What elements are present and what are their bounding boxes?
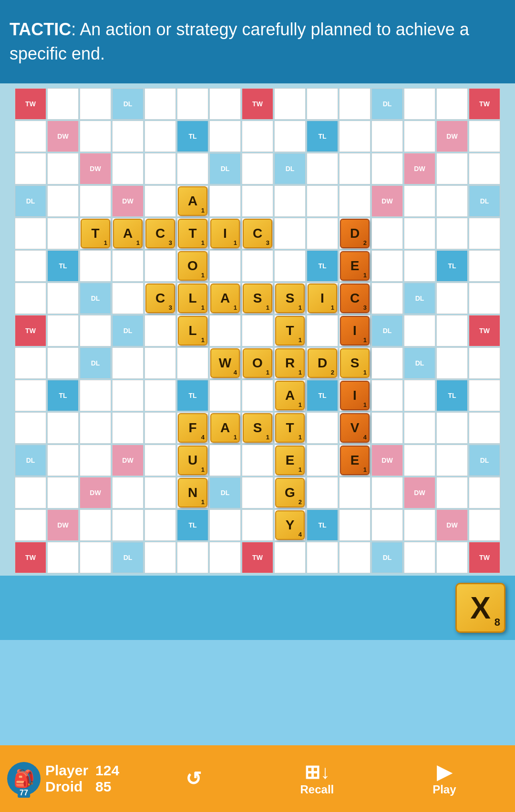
board-cell[interactable] [47, 542, 79, 573]
board-cell[interactable] [404, 315, 435, 346]
board-cell[interactable] [80, 542, 111, 573]
board-cell[interactable] [242, 121, 273, 152]
board-cell[interactable] [404, 218, 435, 249]
letter-tile[interactable]: S1 [243, 284, 272, 313]
board-cell[interactable] [339, 542, 371, 573]
board-cell[interactable]: DL [404, 347, 435, 379]
letter-tile[interactable]: Y4 [275, 510, 305, 540]
letter-tile[interactable]: G2 [275, 478, 305, 508]
board-cell[interactable] [307, 218, 338, 249]
board-cell[interactable] [436, 185, 468, 217]
board-cell[interactable] [242, 185, 273, 217]
board-cell[interactable]: TL [307, 380, 338, 411]
board-cell[interactable] [47, 283, 79, 314]
board-cell[interactable] [209, 445, 241, 476]
board-cell[interactable] [80, 121, 111, 152]
board-cell[interactable] [436, 477, 468, 508]
board-cell[interactable] [177, 88, 208, 120]
board-cell[interactable] [436, 218, 468, 249]
board-cell[interactable] [242, 445, 273, 476]
board-cell[interactable] [47, 88, 79, 120]
letter-tile[interactable]: E1 [340, 446, 370, 475]
board-cell[interactable]: DW [404, 153, 435, 184]
board-cell[interactable] [15, 380, 46, 411]
letter-tile[interactable]: T1 [178, 219, 207, 248]
board-cell[interactable] [274, 88, 306, 120]
board-cell[interactable]: A1 [177, 185, 208, 217]
board-cell[interactable] [307, 185, 338, 217]
board-cell[interactable] [339, 509, 371, 541]
board-cell[interactable] [112, 250, 144, 282]
board-cell[interactable] [371, 153, 403, 184]
board-cell[interactable] [404, 185, 435, 217]
board-cell[interactable] [307, 477, 338, 508]
board-cell[interactable] [404, 88, 435, 120]
board-cell[interactable] [209, 250, 241, 282]
board-cell[interactable] [80, 315, 111, 346]
board-cell[interactable]: DL [80, 283, 111, 314]
board-cell[interactable] [242, 509, 273, 541]
board-cell[interactable]: E1 [274, 445, 306, 476]
x-tile[interactable]: X 8 [455, 583, 505, 633]
board-cell[interactable]: DW [436, 509, 468, 541]
letter-tile[interactable]: W4 [210, 348, 240, 378]
board-cell[interactable]: DL [371, 542, 403, 573]
letter-tile[interactable]: T1 [275, 316, 305, 345]
board-cell[interactable]: DW [47, 509, 79, 541]
board-cell[interactable] [404, 380, 435, 411]
board-cell[interactable] [339, 88, 371, 120]
board-cell[interactable]: T1 [80, 218, 111, 249]
board-cell[interactable]: U1 [177, 445, 208, 476]
board-cell[interactable] [209, 509, 241, 541]
board-cell[interactable]: DL [15, 445, 46, 476]
board-cell[interactable] [274, 121, 306, 152]
board-cell[interactable]: T1 [177, 218, 208, 249]
board-cell[interactable] [112, 283, 144, 314]
board-cell[interactable] [209, 542, 241, 573]
board-cell[interactable] [80, 88, 111, 120]
board-cell[interactable] [209, 185, 241, 217]
board-cell[interactable] [436, 412, 468, 444]
board-cell[interactable]: DL [469, 445, 500, 476]
board-cell[interactable] [209, 380, 241, 411]
letter-tile[interactable]: O1 [243, 348, 272, 378]
letter-tile[interactable]: C3 [145, 284, 175, 313]
board-cell[interactable]: DW [436, 121, 468, 152]
letter-tile[interactable]: I1 [308, 284, 337, 313]
letter-tile[interactable]: U1 [178, 446, 207, 475]
board-cell[interactable]: D2 [339, 218, 371, 249]
board-cell[interactable]: DW [112, 185, 144, 217]
board-cell[interactable] [436, 88, 468, 120]
board-cell[interactable] [436, 542, 468, 573]
board-cell[interactable] [177, 347, 208, 379]
board-cell[interactable]: A1 [209, 412, 241, 444]
letter-tile[interactable]: A1 [178, 186, 207, 216]
board-cell[interactable] [436, 445, 468, 476]
board-cell[interactable] [242, 477, 273, 508]
board-cell[interactable] [144, 185, 176, 217]
board-cell[interactable]: L1 [177, 283, 208, 314]
board-cell[interactable] [307, 412, 338, 444]
board-cell[interactable]: O1 [242, 347, 273, 379]
board-cell[interactable]: DL [209, 477, 241, 508]
board-cell[interactable]: DW [80, 477, 111, 508]
board-cell[interactable] [15, 250, 46, 282]
board-cell[interactable]: TL [436, 380, 468, 411]
letter-tile[interactable]: S1 [275, 284, 305, 313]
board-cell[interactable] [144, 153, 176, 184]
play-button[interactable]: ▶ Play [418, 756, 470, 801]
board-cell[interactable] [112, 153, 144, 184]
letter-tile[interactable]: D2 [308, 348, 337, 378]
board-cell[interactable]: DL [404, 283, 435, 314]
board-cell[interactable]: DL [112, 542, 144, 573]
board-cell[interactable] [15, 218, 46, 249]
letter-tile[interactable]: R1 [275, 348, 305, 378]
board-cell[interactable] [80, 250, 111, 282]
board-cell[interactable]: DL [371, 88, 403, 120]
board-cell[interactable] [307, 88, 338, 120]
board-cell[interactable] [371, 347, 403, 379]
board-cell[interactable]: DW [371, 445, 403, 476]
letter-tile[interactable]: T1 [81, 219, 110, 248]
board-cell[interactable] [144, 509, 176, 541]
board-cell[interactable] [112, 121, 144, 152]
